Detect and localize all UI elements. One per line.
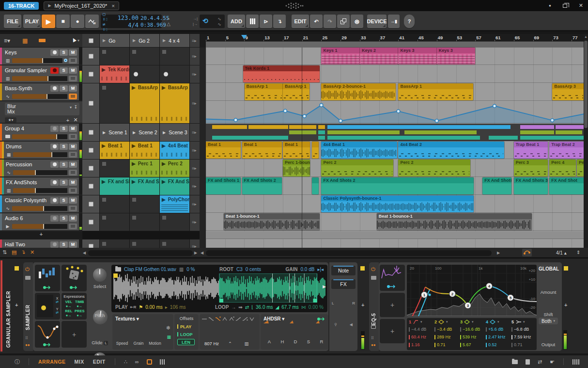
group-scene-cell[interactable]: ▶Scene 1 xyxy=(100,124,129,141)
record-arm-button[interactable] xyxy=(50,197,59,204)
solo-button[interactable]: S xyxy=(60,144,68,150)
arranger-clip[interactable]: Beat 1-bounce-1 xyxy=(377,213,532,230)
arranger-canvas[interactable]: Keys 1Keys 2Keys 3Keys 3Tek Kords 1BassA… xyxy=(206,48,584,248)
eq-band-node[interactable]: 1 xyxy=(421,292,428,298)
scene-mini-cell[interactable]: ≡▸ xyxy=(190,124,200,141)
launcher-clip[interactable]: ▶4x4 Beat 1 xyxy=(160,142,189,159)
solo-button[interactable]: S xyxy=(60,179,68,186)
arranger-track-lane[interactable]: BassArp 1BassArp 1BassArp 2-bounce-1Bass… xyxy=(206,83,584,101)
arranger-clip[interactable]: Perc 2 xyxy=(321,160,393,176)
arranger-clip[interactable] xyxy=(312,142,319,159)
stop-all-button[interactable] xyxy=(82,34,99,47)
clip-stop-button[interactable] xyxy=(82,83,99,123)
add-device-icon[interactable]: + xyxy=(361,302,364,308)
sample-folder-icon[interactable] xyxy=(115,267,121,272)
expression-source[interactable]: REL●→ xyxy=(63,309,74,318)
device-power-icon[interactable]: ⏻ xyxy=(371,266,375,272)
offset-item-play[interactable]: PLAY xyxy=(177,323,191,330)
arranger-track-lane[interactable]: Beat 1-bounce-1Beat 1-bounce-1 xyxy=(206,213,584,231)
automation-node[interactable] xyxy=(234,118,237,122)
clip-slot[interactable] xyxy=(160,240,189,248)
clip-slot[interactable] xyxy=(130,213,159,231)
scene-launch-button[interactable]: ▶4 x 4 xyxy=(160,34,189,47)
clip-stop-button[interactable] xyxy=(82,142,99,159)
record-arm-button[interactable] xyxy=(50,241,59,248)
track-name[interactable]: FX AndShots xyxy=(6,179,49,185)
note-section-button[interactable]: Note xyxy=(331,266,356,275)
track-menu-button[interactable] xyxy=(69,152,77,158)
freeze-icon[interactable]: ❄ xyxy=(166,325,170,331)
eq-band-column[interactable]: 5▾−6.8 dB7.59 kHz0.71 xyxy=(511,318,537,350)
launcher-clip[interactable]: ▶BassArp 1 xyxy=(130,83,159,123)
clip-slot[interactable] xyxy=(160,48,189,65)
tab-mix[interactable]: MIX xyxy=(75,359,84,365)
sample-play-icon[interactable]: ▶ xyxy=(323,284,326,289)
launcher-clip[interactable]: ▶Beat 1 xyxy=(100,142,129,159)
add-lane-icon[interactable]: + xyxy=(64,117,72,123)
minimize-icon[interactable]: ● xyxy=(549,3,551,8)
solo-button[interactable]: S xyxy=(60,197,68,204)
snap-icon[interactable]: ∴ xyxy=(124,359,127,365)
track-menu-button[interactable] xyxy=(69,170,77,176)
scene-launch-button[interactable]: ▶Go xyxy=(100,34,129,47)
cursor-tool-icon[interactable]: ▲ xyxy=(69,35,78,44)
arranger-vscrollbar[interactable]: ▲ xyxy=(584,34,588,248)
launcher-scroll-left-icon[interactable]: ◀ xyxy=(83,251,86,255)
arranger-clip[interactable]: Perc 3 xyxy=(514,160,548,176)
mute-button[interactable]: M xyxy=(69,67,77,74)
track-name[interactable]: Classic Polysynth xyxy=(5,197,49,203)
eq-band-column[interactable]: 1▾−4.4 dB60.4 Hz1.16 xyxy=(409,318,434,350)
automation-param-select[interactable]: BlurMix▾↧ xyxy=(5,103,79,115)
solo-button[interactable]: S xyxy=(60,215,68,222)
tab-arrange[interactable]: ARRANGE xyxy=(38,359,66,365)
scene-launch-button[interactable]: ▶Go 2 xyxy=(130,34,159,47)
clip-view-icon[interactable] xyxy=(147,359,152,365)
tempo-value[interactable]: 123.00 xyxy=(113,15,139,21)
position-time[interactable]: 0:38.969 xyxy=(140,22,160,28)
offset-item-loop[interactable]: LOOP xyxy=(177,331,193,337)
track-name[interactable]: Percussion xyxy=(6,161,49,167)
arranger-track-lane[interactable] xyxy=(206,240,584,248)
eq-band-gain[interactable]: +5.6 dB xyxy=(486,325,511,333)
arranger-clip[interactable]: Beat 1 xyxy=(242,142,282,159)
arranger-track-lane[interactable]: Classic Polysynth-bounce-1 xyxy=(206,195,584,213)
eq-add-modulator-button-2[interactable]: + xyxy=(380,319,405,343)
arranger-clip[interactable]: FX And Shots 2 xyxy=(242,177,282,194)
eq-band-column[interactable]: 3▾−16.6 dB539 Hz5.67 xyxy=(460,318,485,350)
scene-mini-cell[interactable]: ≡▸ xyxy=(190,83,200,123)
track-row[interactable]: FX AndShotsSM▥ xyxy=(0,177,82,195)
launcher-clip[interactable]: ▶Perc 1 xyxy=(130,160,159,177)
clip-stop-button[interactable] xyxy=(82,240,99,248)
launcher-clip[interactable]: ▶BassArp 2 xyxy=(160,83,189,123)
piano-icon[interactable] xyxy=(573,359,579,365)
group-scene-cell[interactable]: ▶Scene 3 xyxy=(160,124,189,141)
launcher-clip[interactable]: ▶Tek Kords 1 xyxy=(100,65,129,83)
volume-fader[interactable] xyxy=(12,76,67,81)
eq-band-column[interactable]: 2▾−3.4 dB289 Hz0.71 xyxy=(434,318,460,350)
insert-device-icon[interactable]: →▮ xyxy=(388,15,400,28)
add-instrument-icon[interactable] xyxy=(246,15,259,28)
clip-stop-button[interactable] xyxy=(82,213,99,231)
modulator-random[interactable] xyxy=(62,265,87,291)
arranger-clip[interactable]: FX And Shots 3 xyxy=(514,177,548,194)
delete-icon[interactable]: ⊗ xyxy=(351,15,363,28)
automation-node[interactable] xyxy=(397,110,400,113)
scene-mini-cell[interactable]: ≡▸ xyxy=(190,213,200,231)
clip-stop-button[interactable] xyxy=(82,124,99,141)
play-button[interactable]: ▶ xyxy=(42,15,55,28)
clip-slot[interactable] xyxy=(130,48,159,65)
velocity-amount[interactable]: 0 % xyxy=(186,267,195,272)
device-window-icon[interactable] xyxy=(371,325,376,329)
eq-band-freq[interactable]: 539 Hz xyxy=(460,333,485,341)
track-menu-button[interactable] xyxy=(69,94,77,99)
arranger-clip[interactable]: BassArp 1 xyxy=(245,83,283,100)
volume-fader[interactable] xyxy=(12,206,67,211)
zoom-fit-icon[interactable]: ▸|◂ xyxy=(317,267,324,272)
app-badge[interactable]: 16-TRACK xyxy=(4,2,39,10)
scene-mini-cell[interactable]: ≡▸ xyxy=(190,142,200,159)
eq-mode-select[interactable]: Both▾ xyxy=(539,318,558,324)
arranger-clip[interactable]: Beat 1 xyxy=(283,142,310,159)
arranger-scroll-left-icon[interactable]: ◀ xyxy=(201,251,203,255)
track-menu-button[interactable] xyxy=(69,134,77,140)
loop-start-value[interactable]: 36.0 ms xyxy=(256,304,273,310)
